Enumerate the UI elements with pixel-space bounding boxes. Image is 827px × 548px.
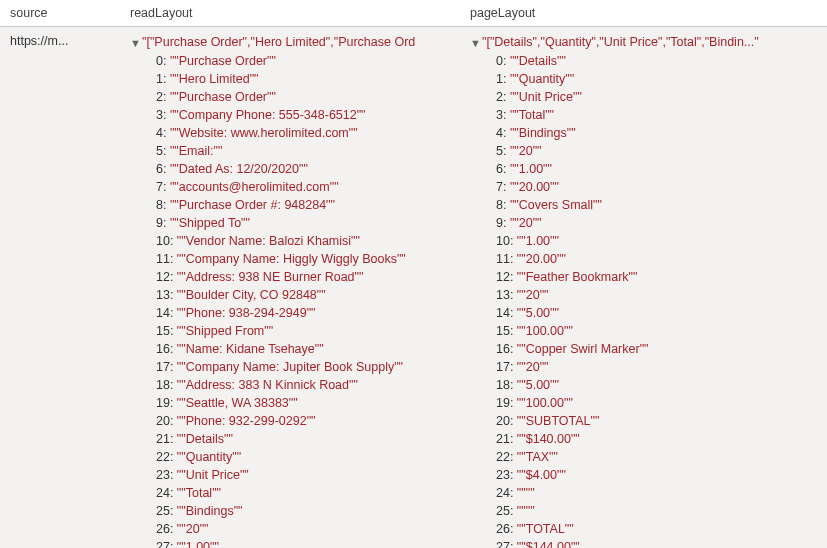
list-item[interactable]: 3: ""Total"" [496, 106, 819, 124]
list-item[interactable]: 22: ""Quantity"" [156, 448, 452, 466]
item-index: 21: [156, 432, 177, 446]
list-item[interactable]: 14: ""Phone: 938-294-2949"" [156, 304, 452, 322]
readlayout-items: 0: ""Purchase Order""1: ""Hero Limited""… [130, 52, 452, 548]
list-item[interactable]: 11: ""20.00"" [496, 250, 819, 268]
item-value: ""Company Name: Higgly Wiggly Books"" [177, 252, 406, 266]
list-item[interactable]: 7: ""accounts@herolimited.com"" [156, 178, 452, 196]
item-index: 13: [156, 288, 177, 302]
list-item[interactable]: 12: ""Address: 938 NE Burner Road"" [156, 268, 452, 286]
list-item[interactable]: 24: """" [496, 484, 819, 502]
header-pagelayout[interactable]: pageLayout [460, 0, 827, 26]
list-item[interactable]: 6: ""1.00"" [496, 160, 819, 178]
list-item[interactable]: 0: ""Details"" [496, 52, 819, 70]
list-item[interactable]: 21: ""$140.00"" [496, 430, 819, 448]
list-item[interactable]: 10: ""Vendor Name: Balozi Khamisi"" [156, 232, 452, 250]
item-value: ""1.00"" [177, 540, 219, 548]
item-value: ""20.00"" [517, 252, 566, 266]
list-item[interactable]: 11: ""Company Name: Higgly Wiggly Books"… [156, 250, 452, 268]
list-item[interactable]: 25: """" [496, 502, 819, 520]
item-index: 20: [496, 414, 517, 428]
item-value: ""TOTAL"" [517, 522, 574, 536]
item-index: 25: [496, 504, 517, 518]
readlayout-root[interactable]: ▼ "["Purchase Order","Hero Limited","Pur… [130, 33, 452, 52]
list-item[interactable]: 19: ""100.00"" [496, 394, 819, 412]
list-item[interactable]: 27: ""1.00"" [156, 538, 452, 548]
header-source[interactable]: source [0, 0, 120, 26]
list-item[interactable]: 15: ""Shipped From"" [156, 322, 452, 340]
item-index: 17: [156, 360, 177, 374]
list-item[interactable]: 27: ""$144.00"" [496, 538, 819, 548]
item-value: ""20"" [517, 288, 549, 302]
list-item[interactable]: 8: ""Purchase Order #: 948284"" [156, 196, 452, 214]
item-index: 13: [496, 288, 517, 302]
list-item[interactable]: 18: ""5.00"" [496, 376, 819, 394]
list-item[interactable]: 5: ""Email:"" [156, 142, 452, 160]
item-index: 15: [156, 324, 177, 338]
item-value: ""Website: www.herolimited.com"" [170, 126, 358, 140]
list-item[interactable]: 3: ""Company Phone: 555-348-6512"" [156, 106, 452, 124]
list-item[interactable]: 24: ""Total"" [156, 484, 452, 502]
item-index: 9: [496, 216, 510, 230]
item-index: 10: [496, 234, 517, 248]
item-value: ""1.00"" [517, 234, 559, 248]
list-item[interactable]: 0: ""Purchase Order"" [156, 52, 452, 70]
list-item[interactable]: 6: ""Dated As: 12/20/2020"" [156, 160, 452, 178]
list-item[interactable]: 14: ""5.00"" [496, 304, 819, 322]
item-value: """" [517, 504, 535, 518]
list-item[interactable]: 25: ""Bindings"" [156, 502, 452, 520]
caret-down-icon[interactable]: ▼ [470, 33, 482, 52]
list-item[interactable]: 13: ""20"" [496, 286, 819, 304]
list-item[interactable]: 20: ""SUBTOTAL"" [496, 412, 819, 430]
list-item[interactable]: 15: ""100.00"" [496, 322, 819, 340]
list-item[interactable]: 9: ""20"" [496, 214, 819, 232]
list-item[interactable]: 2: ""Unit Price"" [496, 88, 819, 106]
list-item[interactable]: 12: ""Feather Bookmark"" [496, 268, 819, 286]
list-item[interactable]: 5: ""20"" [496, 142, 819, 160]
item-index: 27: [156, 540, 177, 548]
list-item[interactable]: 20: ""Phone: 932-299-0292"" [156, 412, 452, 430]
list-item[interactable]: 8: ""Covers Small"" [496, 196, 819, 214]
item-index: 17: [496, 360, 517, 374]
item-value: ""Total"" [510, 108, 554, 122]
list-item[interactable]: 17: ""20"" [496, 358, 819, 376]
item-index: 12: [496, 270, 517, 284]
item-value: ""Details"" [510, 54, 566, 68]
item-value: ""Quantity"" [177, 450, 241, 464]
item-index: 14: [156, 306, 177, 320]
item-value: ""Details"" [177, 432, 233, 446]
list-item[interactable]: 4: ""Bindings"" [496, 124, 819, 142]
list-item[interactable]: 16: ""Name: Kidane Tsehaye"" [156, 340, 452, 358]
item-value: ""5.00"" [517, 378, 559, 392]
pagelayout-root[interactable]: ▼ "["Details","Quantity","Unit Price","T… [470, 33, 819, 52]
list-item[interactable]: 13: ""Boulder City, CO 92848"" [156, 286, 452, 304]
list-item[interactable]: 9: ""Shipped To"" [156, 214, 452, 232]
item-index: 6: [496, 162, 510, 176]
cell-readlayout: ▼ "["Purchase Order","Hero Limited","Pur… [120, 33, 460, 548]
item-index: 1: [156, 72, 170, 86]
header-readlayout[interactable]: readLayout [120, 0, 460, 26]
list-item[interactable]: 17: ""Company Name: Jupiter Book Supply"… [156, 358, 452, 376]
list-item[interactable]: 23: ""Unit Price"" [156, 466, 452, 484]
list-item[interactable]: 26: ""20"" [156, 520, 452, 538]
source-text: https://m... [10, 33, 112, 48]
item-index: 5: [496, 144, 510, 158]
cell-pagelayout: ▼ "["Details","Quantity","Unit Price","T… [460, 33, 827, 548]
list-item[interactable]: 19: ""Seattle, WA 38383"" [156, 394, 452, 412]
list-item[interactable]: 10: ""1.00"" [496, 232, 819, 250]
list-item[interactable]: 22: ""TAX"" [496, 448, 819, 466]
list-item[interactable]: 16: ""Copper Swirl Marker"" [496, 340, 819, 358]
list-item[interactable]: 23: ""$4.00"" [496, 466, 819, 484]
item-value: ""Covers Small"" [510, 198, 602, 212]
item-index: 0: [496, 54, 510, 68]
list-item[interactable]: 2: ""Purchase Order"" [156, 88, 452, 106]
caret-down-icon[interactable]: ▼ [130, 33, 142, 52]
list-item[interactable]: 7: ""20.00"" [496, 178, 819, 196]
list-item[interactable]: 26: ""TOTAL"" [496, 520, 819, 538]
list-item[interactable]: 1: ""Quantity"" [496, 70, 819, 88]
list-item[interactable]: 4: ""Website: www.herolimited.com"" [156, 124, 452, 142]
list-item[interactable]: 21: ""Details"" [156, 430, 452, 448]
list-item[interactable]: 18: ""Address: 383 N Kinnick Road"" [156, 376, 452, 394]
item-value: """" [517, 486, 535, 500]
item-index: 0: [156, 54, 170, 68]
list-item[interactable]: 1: ""Hero Limited"" [156, 70, 452, 88]
